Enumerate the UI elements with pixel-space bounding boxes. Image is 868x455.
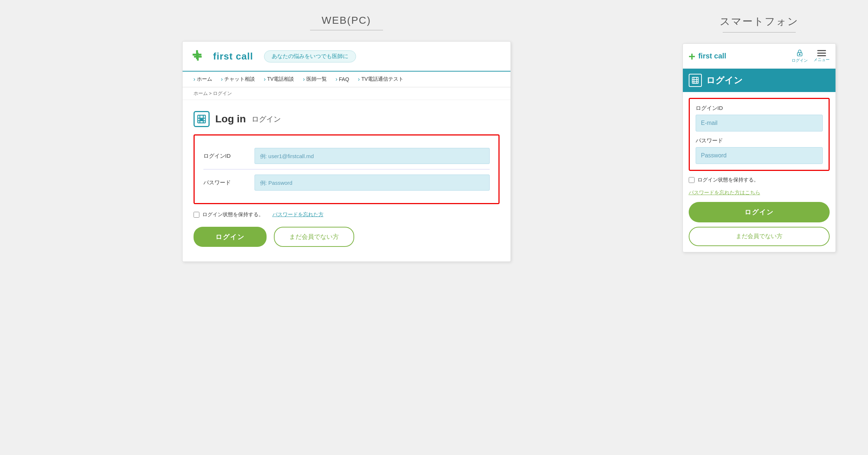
sp-login-icon-label: ログイン — [792, 58, 808, 63]
nav-item-home[interactable]: ホーム — [194, 76, 212, 83]
pc-logo-tagline: あなたの悩みをいつでも医師に — [264, 50, 356, 62]
sp-password-input[interactable] — [696, 147, 823, 164]
sp-menu-icon-area[interactable]: メニュー — [814, 50, 830, 62]
pc-login-button[interactable]: ログイン — [194, 227, 267, 247]
login-title-en: Log in — [215, 113, 246, 125]
form-options: ログイン状態を保持する。 パスワードを忘れた方 — [194, 211, 500, 218]
form-row-password: パスワード — [203, 169, 490, 196]
sp-form-area: ログインID パスワード — [689, 98, 830, 171]
sp-password-label: パスワード — [696, 137, 823, 144]
keep-login-text: ログイン状態を保持する。 — [202, 211, 264, 218]
section-pc: WEB(PC) + first call あなたの悩みをいつでも医師に ホーム … — [32, 15, 661, 262]
pc-section-divider — [310, 30, 383, 30]
sp-page-title: ログイン — [706, 74, 743, 86]
sp-login-button[interactable]: ログイン — [689, 202, 830, 222]
sp-login-id-input[interactable] — [696, 115, 823, 131]
password-input[interactable] — [255, 175, 490, 191]
sp-header: + first call ログイン — [683, 44, 836, 69]
login-id-label: ログインID — [203, 153, 255, 160]
breadcrumb: ホーム > ログイン — [183, 87, 511, 100]
nav-item-faq[interactable]: FAQ — [336, 76, 349, 83]
keep-login-checkbox[interactable] — [194, 212, 199, 218]
section-sp: スマートフォン + first call ログイン — [682, 15, 836, 252]
sp-page-icon — [689, 74, 702, 87]
svg-point-7 — [799, 54, 800, 55]
sp-logo-text: first call — [698, 52, 726, 60]
pc-nav: ホーム チャット相談 TV電話相談 医師一覧 FAQ TV電話通信テスト — [183, 72, 511, 87]
pc-register-button[interactable]: まだ会員でない方 — [274, 227, 354, 247]
login-id-input[interactable] — [255, 148, 490, 164]
svg-rect-5 — [200, 119, 203, 121]
sp-buttons: ログイン まだ会員でない方 — [683, 202, 836, 252]
nav-item-tv-test[interactable]: TV電話通信テスト — [358, 76, 404, 83]
sp-logo-area: + first call — [689, 50, 726, 62]
svg-rect-8 — [692, 77, 698, 84]
sp-login-id-label: ログインID — [696, 105, 823, 112]
sp-login-icon-area[interactable]: ログイン — [792, 49, 808, 63]
sp-card: + first call ログイン — [682, 43, 836, 252]
pc-section-title: WEB(PC) — [322, 15, 371, 26]
sp-keep-login-checkbox[interactable] — [689, 177, 695, 183]
pc-header: + first call あなたの悩みをいつでも医師に — [183, 42, 511, 72]
nav-item-doctors[interactable]: 医師一覧 — [303, 76, 326, 83]
sp-menu-icon-label: メニュー — [814, 57, 830, 62]
nav-item-tv[interactable]: TV電話相談 — [264, 76, 294, 83]
password-label: パスワード — [203, 179, 255, 186]
lock-icon — [796, 49, 804, 57]
login-title-jp: ログイン — [252, 114, 281, 124]
nav-item-chat[interactable]: チャット相談 — [221, 76, 255, 83]
pc-logo-text: first call — [213, 51, 253, 62]
keep-login-checkbox-label[interactable]: ログイン状態を保持する。 — [194, 211, 264, 218]
sp-forgot-area: パスワードを忘れた方はこちら — [683, 188, 836, 202]
sp-forgot-link[interactable]: パスワードを忘れた方はこちら — [689, 190, 760, 195]
sp-register-button[interactable]: まだ会員でない方 — [689, 227, 830, 246]
sp-building-icon — [691, 76, 699, 84]
pc-content: Log in ログイン ログインID パスワード — [183, 100, 511, 261]
sp-keep-login-label: ログイン状態を保持する。 — [697, 177, 759, 183]
form-row-login-id: ログインID — [203, 143, 490, 169]
sp-header-icons: ログイン メニュー — [792, 49, 830, 63]
sp-section-divider — [723, 32, 796, 32]
logo-cross-icon: + — [194, 49, 208, 64]
sp-logo-cross-icon: + — [689, 50, 696, 62]
building-icon — [194, 111, 210, 127]
page-wrapper: WEB(PC) + first call あなたの悩みをいつでも医師に ホーム … — [32, 15, 836, 262]
login-heading: Log in ログイン — [194, 111, 500, 127]
forgot-password-link[interactable]: パスワードを忘れた方 — [272, 211, 324, 218]
hamburger-icon[interactable] — [817, 50, 826, 56]
pc-buttons: ログイン まだ会員でない方 — [194, 227, 500, 247]
login-form-box: ログインID パスワード — [194, 134, 500, 204]
sp-section-title: スマートフォン — [720, 15, 799, 28]
sp-options: ログイン状態を保持する。 — [683, 177, 836, 188]
sp-page-header: ログイン — [683, 69, 836, 92]
pc-card: + first call あなたの悩みをいつでも医師に ホーム チャット相談 T… — [182, 41, 511, 262]
